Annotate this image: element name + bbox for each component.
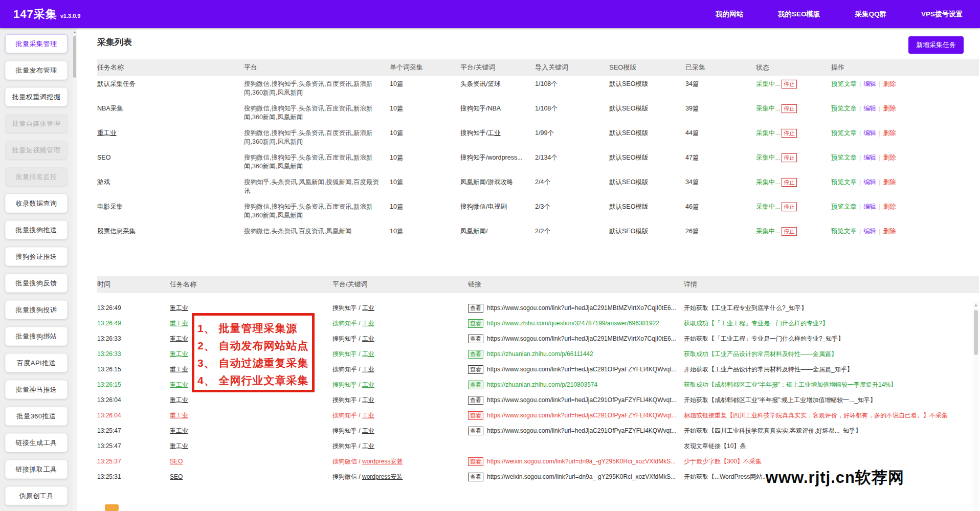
sidebar-item[interactable]: 批量360推送 bbox=[5, 407, 68, 426]
sidebar-item[interactable]: 伪原创工具 bbox=[5, 486, 68, 505]
view-button[interactable]: 查看 bbox=[468, 396, 483, 405]
edit-link[interactable]: 编辑 bbox=[863, 105, 876, 112]
log-keyword-link[interactable]: 工业 bbox=[362, 442, 374, 450]
task-keyword-link[interactable]: 工业 bbox=[487, 129, 500, 137]
edit-link[interactable]: 编辑 bbox=[863, 179, 876, 186]
sidebar-item[interactable]: 批量搜狗推送 bbox=[5, 220, 68, 239]
delete-link[interactable]: 删除 bbox=[883, 154, 896, 161]
view-button[interactable]: 查看 bbox=[468, 365, 483, 374]
preview-article-link[interactable]: 预览文章 bbox=[831, 154, 857, 161]
view-button[interactable]: 查看 bbox=[468, 304, 483, 313]
preview-article-link[interactable]: 预览文章 bbox=[831, 129, 857, 137]
log-link-url[interactable]: https://www.sogou.com/link?url=hedJjaC29… bbox=[487, 412, 677, 419]
scroll-up-arrow-icon[interactable]: ▲ bbox=[73, 30, 77, 35]
log-keyword-link[interactable]: 工业 bbox=[362, 350, 374, 358]
log-task-link[interactable]: 重工业 bbox=[170, 396, 188, 404]
log-link-url[interactable]: https://www.sogou.com/link?url=hedJjaC29… bbox=[487, 396, 677, 404]
log-task-link[interactable]: SEO bbox=[170, 458, 183, 465]
log-keyword-link[interactable]: 工业 bbox=[362, 396, 374, 404]
log-keyword-link[interactable]: 工业 bbox=[362, 412, 374, 419]
log-keyword-link[interactable]: 工业 bbox=[362, 335, 374, 342]
sidebar-scrollbar[interactable]: ▲ bbox=[73, 29, 77, 511]
log-link-url[interactable]: https://www.zhihu.com/question/324787199… bbox=[487, 320, 659, 327]
stop-button[interactable]: 停止 bbox=[782, 80, 797, 88]
view-button[interactable]: 查看 bbox=[468, 457, 483, 466]
preview-article-link[interactable]: 预览文章 bbox=[831, 203, 857, 210]
delete-link[interactable]: 删除 bbox=[883, 105, 896, 112]
stop-button[interactable]: 停止 bbox=[782, 153, 797, 162]
log-task-link[interactable]: 重工业 bbox=[170, 350, 188, 358]
log-task-link[interactable]: 重工业 bbox=[170, 335, 188, 342]
sidebar-item[interactable]: 搜狗验证推送 bbox=[5, 247, 68, 266]
log-link-url[interactable]: https://zhuanlan.zhihu.com/p/210803574 bbox=[487, 381, 597, 388]
nav-my-sites[interactable]: 我的网站 bbox=[710, 7, 748, 22]
log-keyword-link[interactable]: wordpress安装 bbox=[362, 458, 403, 465]
view-button[interactable]: 查看 bbox=[468, 319, 483, 328]
log-link-url[interactable]: https://www.sogou.com/link?url=hedJjaC29… bbox=[487, 427, 677, 434]
delete-link[interactable]: 删除 bbox=[883, 129, 896, 137]
stop-button[interactable]: 停止 bbox=[782, 227, 797, 236]
log-link-url[interactable]: https://www.sogou.com/link?url=hedJjaC29… bbox=[487, 335, 676, 342]
sidebar-item[interactable]: 链接生成工具 bbox=[5, 433, 68, 452]
log-task-link[interactable]: 重工业 bbox=[170, 304, 188, 312]
sidebar-item[interactable]: 收录数据查询 bbox=[5, 194, 68, 213]
preview-article-link[interactable]: 预览文章 bbox=[831, 228, 857, 235]
view-button[interactable]: 查看 bbox=[468, 427, 483, 435]
stop-button[interactable]: 停止 bbox=[782, 203, 797, 211]
sidebar-item[interactable]: 批量搜狗投诉 bbox=[5, 300, 68, 319]
view-button[interactable]: 查看 bbox=[468, 381, 483, 389]
log-task-link[interactable]: 重工业 bbox=[170, 366, 188, 373]
log-link-url[interactable]: https://weixin.sogou.com/link?url=dn9a_-… bbox=[487, 473, 676, 480]
delete-link[interactable]: 删除 bbox=[883, 203, 896, 210]
delete-link[interactable]: 删除 bbox=[883, 179, 896, 186]
view-button[interactable]: 查看 bbox=[468, 335, 483, 343]
log-link-url[interactable]: https://www.sogou.com/link?url=hedJjaC29… bbox=[487, 304, 676, 312]
log-link-url[interactable]: https://www.sogou.com/link?url=hedJjaC29… bbox=[487, 366, 677, 373]
view-button[interactable]: 查看 bbox=[468, 350, 483, 359]
log-scrollbar-thumb[interactable] bbox=[974, 310, 978, 355]
sidebar-item[interactable]: 批量权重词挖掘 bbox=[5, 87, 68, 106]
log-keyword-link[interactable]: 工业 bbox=[362, 320, 374, 327]
sidebar-item[interactable]: 链接抓取工具 bbox=[5, 460, 68, 479]
sidebar-scrollbar-thumb[interactable] bbox=[73, 36, 76, 78]
edit-link[interactable]: 编辑 bbox=[863, 129, 876, 137]
sidebar-item[interactable]: 批量发布管理 bbox=[5, 61, 68, 80]
log-task-link[interactable]: 重工业 bbox=[170, 412, 188, 419]
horizontal-scrollbar-thumb[interactable] bbox=[105, 504, 119, 511]
edit-link[interactable]: 编辑 bbox=[863, 228, 876, 235]
sidebar-item[interactable]: 百度API推送 bbox=[5, 353, 68, 372]
preview-article-link[interactable]: 预览文章 bbox=[831, 105, 857, 112]
nav-qq-group[interactable]: 采集QQ群 bbox=[850, 7, 892, 22]
nav-my-seo-templates[interactable]: 我的SEO模版 bbox=[773, 7, 826, 22]
delete-link[interactable]: 删除 bbox=[883, 80, 896, 87]
sidebar-item[interactable]: 批量搜狗绑站 bbox=[5, 327, 68, 346]
sidebar-item[interactable]: 批量搜狗反馈 bbox=[5, 274, 68, 293]
stop-button[interactable]: 停止 bbox=[782, 178, 797, 187]
log-task-link[interactable]: 重工业 bbox=[170, 427, 188, 434]
new-task-button[interactable]: 新增采集任务 bbox=[908, 36, 964, 54]
edit-link[interactable]: 编辑 bbox=[863, 203, 876, 210]
log-keyword-link[interactable]: 工业 bbox=[362, 427, 374, 434]
log-keyword-link[interactable]: wordpress安装 bbox=[362, 473, 403, 480]
delete-link[interactable]: 删除 bbox=[883, 228, 896, 235]
nav-vps-dial-settings[interactable]: VPS拨号设置 bbox=[916, 7, 968, 22]
view-button[interactable]: 查看 bbox=[468, 411, 483, 420]
log-task-link[interactable]: SEO bbox=[170, 473, 183, 480]
sidebar-item[interactable]: 批量神马推送 bbox=[5, 380, 68, 399]
log-task-link[interactable]: 重工业 bbox=[170, 442, 188, 450]
log-keyword-link[interactable]: 工业 bbox=[362, 304, 374, 312]
stop-button[interactable]: 停止 bbox=[782, 104, 797, 113]
log-scrollbar[interactable]: ▲ bbox=[973, 302, 979, 511]
preview-article-link[interactable]: 预览文章 bbox=[831, 80, 857, 87]
preview-article-link[interactable]: 预览文章 bbox=[831, 179, 857, 186]
log-link-url[interactable]: https://weixin.sogou.com/link?url=dn9a_-… bbox=[487, 458, 676, 465]
log-keyword-link[interactable]: 工业 bbox=[362, 381, 374, 388]
log-keyword-link[interactable]: 工业 bbox=[362, 366, 374, 373]
scroll-up-arrow-icon[interactable]: ▲ bbox=[973, 303, 979, 307]
log-task-link[interactable]: 重工业 bbox=[170, 381, 188, 388]
stop-button[interactable]: 停止 bbox=[782, 129, 797, 138]
task-name[interactable]: 重工业 bbox=[97, 129, 244, 138]
log-task-link[interactable]: 重工业 bbox=[170, 320, 188, 327]
view-button[interactable]: 查看 bbox=[468, 473, 483, 481]
log-link-url[interactable]: https://zhuanlan.zhihu.com/p/66111442 bbox=[487, 350, 593, 358]
